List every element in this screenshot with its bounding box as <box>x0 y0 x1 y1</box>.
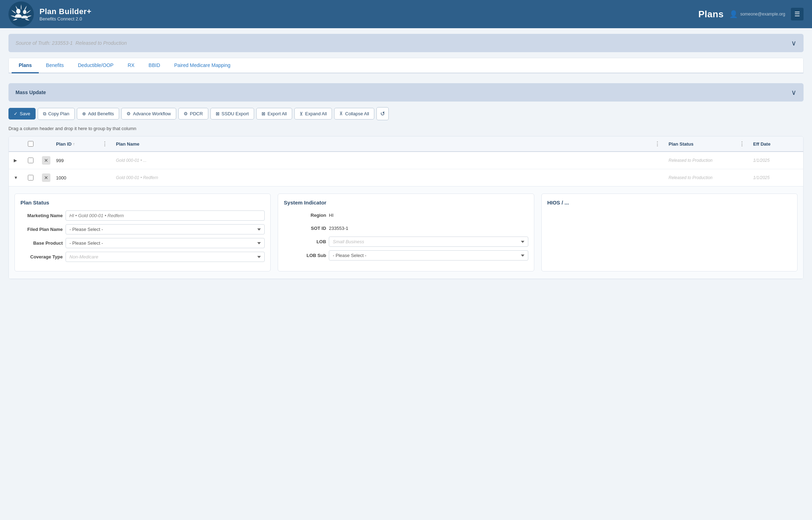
row-expand-cell: ▼ <box>12 172 26 183</box>
hios-card-title: HIOS / ... <box>547 200 792 206</box>
app-title-block: Plan Builder+ Benefits Connect 2.0 <box>39 7 699 22</box>
user-email: someone@example.org <box>740 12 785 17</box>
collapse-all-button[interactable]: ⊼ Collapse All <box>334 108 374 120</box>
coverage-type-field-row: Coverage Type Non-Medicare <box>20 252 265 262</box>
plan-status-cell: Released to Production <box>666 172 737 183</box>
user-info: 👤 someone@example.org <box>729 10 785 18</box>
plan-id-menu-cell <box>100 158 114 163</box>
lob-select[interactable]: Small Business <box>329 237 528 247</box>
plan-id-menu-cell <box>100 175 114 181</box>
user-icon: 👤 <box>729 10 738 18</box>
sot-id-label: SOT ID <box>284 226 326 231</box>
coverage-type-select[interactable]: Non-Medicare <box>66 252 265 262</box>
source-status-blurred: Released to Production <box>75 40 127 46</box>
ssdu-icon: ⊠ <box>216 111 220 116</box>
lob-sub-field-row: LOB Sub - Please Select - <box>284 250 528 261</box>
expand-all-button[interactable]: ⊻ Expand All <box>294 108 332 120</box>
source-of-truth-bar[interactable]: Source of Truth: 233553-1 Released to Pr… <box>8 34 804 52</box>
base-product-label: Base Product <box>20 240 63 246</box>
collapse-row-button[interactable]: ▼ <box>14 175 18 180</box>
select-all-checkbox[interactable] <box>28 141 33 147</box>
row-delete-cell: ✕ <box>40 171 54 185</box>
region-field-row: Region HI <box>284 210 528 220</box>
tab-list: Plans Benefits Deductible/OOP RX BBID Pa… <box>9 58 803 73</box>
marketing-name-input[interactable] <box>66 210 265 221</box>
mass-update-chevron: ∨ <box>791 88 796 97</box>
pdcr-button[interactable]: ⚙ PDCR <box>178 108 208 120</box>
copy-icon: ⧉ <box>43 111 46 117</box>
row-delete-button[interactable]: ✕ <box>42 156 50 165</box>
table-row: ▶ ✕ 999 Gold 000-01 • ... Released to Pr… <box>9 152 803 169</box>
plan-name-menu-cell <box>652 175 666 181</box>
sort-icon[interactable]: ↑ <box>73 142 75 146</box>
table-row: ▼ ✕ 1000 Gold 000-01 • Redfern Released … <box>9 169 803 279</box>
row-checkbox[interactable] <box>28 158 33 163</box>
plan-status-column-menu-icon[interactable]: ⋮ <box>739 141 745 147</box>
tab-benefits[interactable]: Benefits <box>39 58 71 73</box>
tab-rx[interactable]: RX <box>121 58 141 73</box>
refresh-icon: ↺ <box>380 110 385 117</box>
marketing-name-label: Marketing Name <box>20 213 63 218</box>
save-check-icon: ✓ <box>14 111 18 116</box>
plan-name-cell: Gold 000-01 • Redfern <box>114 172 652 183</box>
plan-id-column-menu-icon[interactable]: ⋮ <box>102 141 107 147</box>
save-button[interactable]: ✓ Save <box>8 108 36 120</box>
mass-update-bar[interactable]: Mass Update ∨ <box>8 83 804 102</box>
plans-label: Plans <box>699 9 724 20</box>
tab-plans[interactable]: Plans <box>12 58 39 73</box>
refresh-button[interactable]: ↺ <box>376 107 389 120</box>
eff-date-cell: 1/1/2025 <box>751 172 800 183</box>
app-name: Plan Builder+ <box>39 7 699 16</box>
plan-status-card-title: Plan Status <box>20 200 265 206</box>
system-indicator-card: System Indicator Region HI SOT ID 233553… <box>278 194 534 271</box>
export-all-icon: ⊠ <box>262 111 265 116</box>
add-benefits-button[interactable]: ⊕ Add Benefits <box>77 108 119 120</box>
header-right: Plans 👤 someone@example.org ☰ <box>699 8 804 20</box>
app-logo <box>8 1 34 27</box>
pdcr-icon: ⚙ <box>184 111 188 116</box>
collapse-all-icon: ⊼ <box>339 111 343 116</box>
ssdu-export-button[interactable]: ⊠ SSDU Export <box>210 108 254 120</box>
sot-id-field-row: SOT ID 233553-1 <box>284 224 528 233</box>
mass-update-label: Mass Update <box>16 90 46 95</box>
th-plan-id-menu: ⋮ <box>100 137 114 151</box>
source-bar-chevron: ∨ <box>791 39 796 47</box>
row-delete-cell: ✕ <box>40 153 54 167</box>
lob-sub-select[interactable]: - Please Select - <box>329 250 528 261</box>
region-label: Region <box>284 213 326 218</box>
export-all-button[interactable]: ⊠ Export All <box>256 108 292 120</box>
copy-plan-button[interactable]: ⧉ Copy Plan <box>38 108 75 120</box>
tab-bbid[interactable]: BBID <box>142 58 167 73</box>
plan-name-column-menu-icon[interactable]: ⋮ <box>654 141 660 147</box>
add-benefits-icon: ⊕ <box>82 111 86 116</box>
menu-icon: ☰ <box>794 10 800 18</box>
expand-row-button[interactable]: ▶ <box>14 158 17 163</box>
base-product-field-row: Base Product - Please Select - <box>20 238 265 248</box>
filed-plan-name-field-row: Filed Plan Name - Please Select - <box>20 224 265 234</box>
row-checkbox-cell <box>26 155 40 166</box>
tabs-container: Plans Benefits Deductible/OOP RX BBID Pa… <box>8 58 804 73</box>
menu-button[interactable]: ☰ <box>791 8 804 20</box>
lob-label: LOB <box>284 239 326 244</box>
lob-sub-label: LOB Sub <box>284 253 326 258</box>
svg-point-1 <box>16 9 20 14</box>
plan-id-cell: 1000 <box>54 172 100 183</box>
row-delete-button[interactable]: ✕ <box>42 173 50 182</box>
filed-plan-name-label: Filed Plan Name <box>20 227 63 232</box>
filed-plan-name-select[interactable]: - Please Select - <box>66 224 265 234</box>
row-checkbox[interactable] <box>28 175 33 181</box>
marketing-name-field-row: Marketing Name <box>20 210 265 221</box>
tab-paired-medicare[interactable]: Paired Medicare Mapping <box>167 58 238 73</box>
th-plan-status-menu: ⋮ <box>737 137 751 151</box>
eff-date-cell: 1/1/2025 <box>751 155 800 166</box>
th-plan-name: Plan Name <box>114 138 652 150</box>
advance-workflow-button[interactable]: ⚙ Advance Workflow <box>121 108 176 120</box>
plan-status-menu-cell <box>737 175 751 181</box>
th-plan-id: Plan ID ↑ <box>54 138 100 150</box>
source-bar-text: Source of Truth: 233553-1 Released to Pr… <box>16 40 127 46</box>
base-product-select[interactable]: - Please Select - <box>66 238 265 248</box>
plan-status-card: Plan Status Marketing Name Filed Plan Na… <box>14 194 271 271</box>
th-expand <box>12 140 26 147</box>
tab-deductible-oop[interactable]: Deductible/OOP <box>71 58 121 73</box>
region-value: HI <box>329 210 528 220</box>
